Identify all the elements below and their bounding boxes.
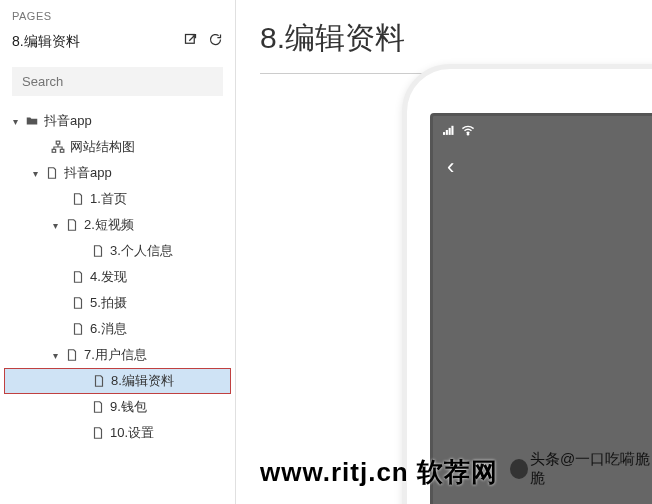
svg-rect-6: [449, 128, 451, 135]
tree-label: 6.消息: [90, 320, 127, 338]
tree-item-p8-selected[interactable]: 8.编辑资料: [4, 368, 231, 394]
tree-item-p3[interactable]: 3.个人信息: [4, 238, 231, 264]
page-icon: [70, 321, 86, 337]
svg-rect-0: [186, 35, 195, 44]
sitemap-icon: [50, 139, 66, 155]
status-bar: [443, 124, 475, 139]
tree-label: 9.钱包: [110, 398, 147, 416]
tree-item-p4[interactable]: 4.发现: [4, 264, 231, 290]
page-icon: [70, 295, 86, 311]
tree-label: 7.用户信息: [84, 346, 147, 364]
page-icon: [90, 399, 106, 415]
page-actions: [183, 32, 223, 51]
back-button[interactable]: ‹: [447, 154, 454, 180]
tree-item-p10[interactable]: 10.设置: [4, 420, 231, 446]
tree-folder-root[interactable]: ▾ 抖音app: [4, 108, 231, 134]
tree-label: 3.个人信息: [110, 242, 173, 260]
caret-down-icon[interactable]: ▾: [10, 116, 20, 127]
svg-rect-5: [446, 130, 448, 135]
wifi-icon: [461, 124, 475, 139]
page-title: 8.编辑资料: [260, 18, 628, 59]
svg-rect-3: [60, 149, 64, 152]
tree-label: 1.首页: [90, 190, 127, 208]
phone-mockup: ‹: [402, 64, 652, 504]
watermark-sub: 头条@一口吃嗬脆脆: [510, 450, 652, 488]
watermark-sub-text: 头条@一口吃嗬脆脆: [530, 450, 652, 488]
svg-rect-1: [56, 141, 60, 144]
refresh-icon[interactable]: [208, 32, 223, 51]
page-icon: [91, 373, 107, 389]
page-icon: [64, 347, 80, 363]
signal-icon: [443, 124, 457, 139]
main-canvas: 8.编辑资料 ‹: [236, 0, 652, 504]
phone-screen: ‹: [430, 113, 652, 504]
pages-label: PAGES: [12, 10, 223, 22]
sidebar: PAGES 8.编辑资料 ▾ 抖音app 网站结构图: [0, 0, 236, 504]
page-icon: [64, 217, 80, 233]
page-icon: [90, 243, 106, 259]
tree-label: 2.短视频: [84, 216, 134, 234]
caret-down-icon[interactable]: ▾: [50, 220, 60, 231]
tree-item-p6[interactable]: 6.消息: [4, 316, 231, 342]
tree-label: 抖音app: [44, 112, 92, 130]
current-page-name: 8.编辑资料: [12, 33, 80, 51]
tree-item-p7[interactable]: ▾ 7.用户信息: [4, 342, 231, 368]
caret-down-icon[interactable]: ▾: [50, 350, 60, 361]
tree-item-sitemap[interactable]: 网站结构图: [4, 134, 231, 160]
page-tree: ▾ 抖音app 网站结构图 ▾ 抖音app 1.首页 ▾ 2.短视频: [0, 108, 235, 504]
page-icon: [44, 165, 60, 181]
svg-point-8: [467, 134, 468, 135]
caret-down-icon[interactable]: ▾: [30, 168, 40, 179]
tree-item-app[interactable]: ▾ 抖音app: [4, 160, 231, 186]
avatar: [510, 459, 528, 479]
current-page-row: 8.编辑资料: [0, 26, 235, 59]
svg-rect-2: [52, 149, 56, 152]
tree-label: 5.拍摄: [90, 294, 127, 312]
tree-label: 4.发现: [90, 268, 127, 286]
tree-item-p1[interactable]: 1.首页: [4, 186, 231, 212]
page-icon: [70, 269, 86, 285]
tree-item-p2[interactable]: ▾ 2.短视频: [4, 212, 231, 238]
page-icon: [90, 425, 106, 441]
search-input[interactable]: [12, 67, 223, 96]
pages-header: PAGES: [0, 0, 235, 26]
svg-rect-7: [451, 126, 453, 135]
export-icon[interactable]: [183, 32, 198, 51]
watermark-url: www.ritj.cn 软荐网: [260, 455, 498, 490]
folder-icon: [24, 113, 40, 129]
tree-label: 8.编辑资料: [111, 372, 174, 390]
tree-item-p9[interactable]: 9.钱包: [4, 394, 231, 420]
page-icon: [70, 191, 86, 207]
svg-rect-4: [443, 132, 445, 135]
tree-label: 网站结构图: [70, 138, 135, 156]
search-box: [12, 67, 223, 96]
tree-label: 抖音app: [64, 164, 112, 182]
tree-item-p5[interactable]: 5.拍摄: [4, 290, 231, 316]
tree-label: 10.设置: [110, 424, 154, 442]
